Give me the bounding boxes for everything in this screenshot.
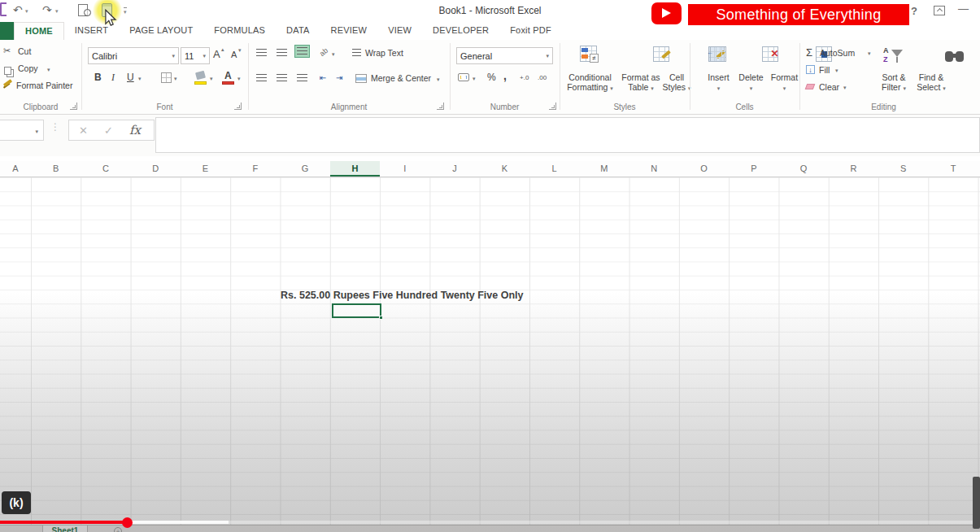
orientation-dropdown-icon[interactable]: ▾: [332, 51, 335, 58]
decrease-indent-icon[interactable]: ⇤: [320, 73, 326, 82]
font-dialog-launcher-icon[interactable]: [234, 102, 242, 110]
merge-center-button[interactable]: Merge & Center: [371, 73, 431, 83]
column-header-M[interactable]: M: [579, 161, 629, 177]
column-header-T[interactable]: T: [928, 161, 978, 177]
font-color-icon[interactable]: A: [224, 70, 232, 81]
clear-button[interactable]: Clear: [819, 82, 839, 92]
align-right-icon[interactable]: [297, 74, 307, 82]
fill-dropdown-icon[interactable]: ▾: [835, 68, 838, 74]
video-scrubber-dot[interactable]: [122, 517, 133, 528]
column-header-Q[interactable]: Q: [778, 161, 828, 177]
number-format-select[interactable]: General ▾: [456, 47, 553, 64]
column-header-C[interactable]: C: [81, 161, 130, 177]
new-sheet-button[interactable]: +: [114, 527, 122, 532]
number-dialog-launcher-icon[interactable]: [549, 102, 556, 110]
tab-developer[interactable]: DEVELOPER: [422, 22, 499, 40]
column-header-L[interactable]: L: [529, 161, 579, 177]
fill-color-icon[interactable]: [195, 71, 206, 81]
video-progress-bar[interactable]: [0, 521, 980, 524]
column-header-R[interactable]: R: [829, 161, 878, 177]
column-header-P[interactable]: P: [729, 161, 778, 177]
column-header-N[interactable]: N: [629, 161, 679, 177]
fill-handle[interactable]: [379, 316, 383, 320]
formula-input[interactable]: [155, 117, 980, 153]
borders-dropdown-icon[interactable]: ▾: [174, 76, 177, 82]
column-header-G[interactable]: G: [280, 161, 329, 177]
column-header-A[interactable]: A: [0, 161, 31, 177]
help-button[interactable]: ?: [911, 5, 917, 17]
enter-icon[interactable]: ✓: [104, 124, 113, 137]
align-left-icon[interactable]: [256, 74, 267, 82]
autosum-dropdown-icon[interactable]: ▾: [868, 50, 871, 57]
tab-formulas[interactable]: FORMULAS: [203, 22, 276, 40]
percent-style-button[interactable]: %: [487, 72, 496, 83]
tab-data[interactable]: DATA: [276, 22, 320, 40]
font-color-dropdown-icon[interactable]: ▾: [237, 76, 241, 82]
cut-icon[interactable]: ✂: [3, 46, 11, 56]
shrink-font-button[interactable]: A: [231, 50, 237, 59]
underline-button[interactable]: U: [127, 72, 134, 83]
merge-center-dropdown-icon[interactable]: ▾: [437, 76, 440, 83]
sort-filter-button[interactable]: Sort & Filter ▾: [874, 72, 913, 94]
tab-file[interactable]: [0, 22, 14, 40]
column-header-K[interactable]: K: [480, 161, 529, 177]
column-header-F[interactable]: F: [230, 161, 280, 177]
format-painter-icon[interactable]: [3, 79, 12, 87]
tab-view[interactable]: VIEW: [377, 22, 422, 40]
column-header-H[interactable]: H: [330, 161, 380, 177]
insert-function-icon[interactable]: fx: [129, 123, 141, 137]
tab-home[interactable]: HOME: [14, 22, 64, 40]
align-bottom-icon-selected[interactable]: [295, 46, 309, 57]
alignment-dialog-launcher-icon[interactable]: [437, 102, 444, 110]
align-middle-icon[interactable]: [277, 49, 287, 57]
column-header-D[interactable]: D: [131, 161, 181, 177]
orientation-icon[interactable]: ab: [318, 46, 329, 58]
column-header-S[interactable]: S: [878, 161, 928, 177]
clipboard-dialog-launcher-icon[interactable]: [70, 102, 77, 110]
tab-foxit-pdf[interactable]: Foxit PDF: [499, 22, 562, 40]
youtube-play-button[interactable]: [651, 2, 682, 24]
ribbon-display-options-icon[interactable]: [934, 6, 945, 15]
comma-style-button[interactable]: ,: [503, 69, 507, 82]
font-name-select[interactable]: Calibri ▾: [88, 47, 179, 64]
align-top-icon[interactable]: [256, 49, 267, 57]
format-as-table-button[interactable]: Format as Table ▾: [618, 72, 664, 94]
clear-dropdown-icon[interactable]: ▾: [843, 85, 847, 91]
name-box-dropdown-icon[interactable]: ▾: [35, 129, 38, 135]
find-select-button[interactable]: Find & Select ▾: [912, 72, 951, 94]
column-header-E[interactable]: E: [181, 161, 230, 177]
fill-button[interactable]: Fill: [819, 65, 830, 75]
cancel-icon[interactable]: ✕: [79, 124, 88, 137]
decrease-decimal-icon[interactable]: .00: [538, 74, 547, 81]
borders-icon[interactable]: [161, 72, 172, 83]
increase-decimal-icon[interactable]: +.0: [520, 74, 529, 81]
active-cell-selection[interactable]: [332, 303, 381, 318]
cut-button[interactable]: Cut: [18, 46, 31, 56]
autosum-button[interactable]: AutoSum: [820, 48, 855, 58]
name-box[interactable]: ▾: [0, 120, 44, 141]
grow-font-button[interactable]: A: [213, 48, 220, 60]
underline-dropdown-icon[interactable]: ▾: [138, 76, 142, 82]
font-size-select[interactable]: 11 ▾: [181, 47, 210, 64]
copy-button[interactable]: Copy: [18, 63, 38, 73]
increase-indent-icon[interactable]: ⇥: [336, 73, 342, 82]
column-header-B[interactable]: B: [31, 161, 81, 177]
copy-dropdown-icon[interactable]: ▾: [47, 67, 50, 73]
copy-icon[interactable]: [4, 67, 11, 75]
fill-color-dropdown-icon[interactable]: ▾: [210, 76, 213, 82]
accounting-format-icon[interactable]: [458, 73, 469, 81]
wrap-text-button[interactable]: Wrap Text: [365, 48, 403, 58]
format-painter-button[interactable]: Format Painter: [16, 81, 72, 90]
italic-button[interactable]: I: [111, 72, 115, 84]
sheet-grid[interactable]: Rs. 525.00 Rupees Five Hundred Twenty Fi…: [0, 177, 980, 525]
minimize-button[interactable]: —: [958, 2, 969, 15]
tab-review[interactable]: REVIEW: [320, 22, 378, 40]
bold-button[interactable]: B: [94, 72, 102, 83]
column-header-J[interactable]: J: [429, 161, 479, 177]
tab-page-layout[interactable]: PAGE LAYOUT: [119, 22, 203, 40]
column-header-O[interactable]: O: [679, 161, 729, 177]
accounting-dropdown-icon[interactable]: ▾: [473, 76, 476, 82]
align-center-icon[interactable]: [277, 74, 287, 82]
sheet-tab-active[interactable]: Sheet1: [42, 525, 88, 532]
vertical-scrollbar-thumb[interactable]: [973, 477, 980, 529]
